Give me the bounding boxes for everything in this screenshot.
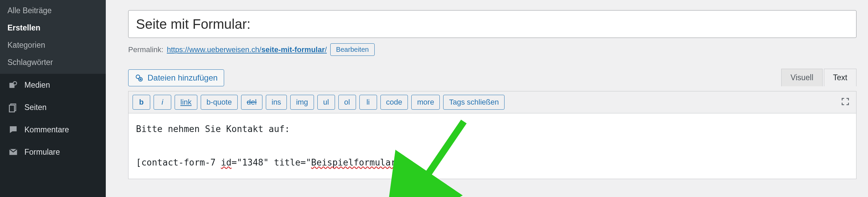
sidebar-item-label: Formulare bbox=[24, 148, 98, 157]
content-textarea[interactable]: Bitte nehmen Sie Kontakt auf: [contact-f… bbox=[129, 113, 856, 178]
editor-box: b i link b-quote del ins img ul ol li co… bbox=[128, 91, 856, 179]
tool-ins[interactable]: ins bbox=[266, 95, 287, 110]
tool-del[interactable]: del bbox=[241, 95, 262, 110]
admin-sidebar: Alle Beiträge Erstellen Kategorien Schla… bbox=[0, 0, 106, 197]
sidebar-item-media[interactable]: Medien bbox=[0, 74, 106, 96]
editor-tabs: Visuell Text bbox=[781, 69, 856, 86]
submenu-item-all-posts[interactable]: Alle Beiträge bbox=[0, 2, 106, 19]
sidebar-item-label: Kommentare bbox=[24, 125, 98, 134]
permalink-label: Permalink: bbox=[128, 45, 163, 54]
permalink-link[interactable]: https://www.ueberweisen.ch/seite-mit-for… bbox=[167, 45, 327, 54]
sidebar-item-label: Medien bbox=[24, 81, 98, 90]
tool-close-tags[interactable]: Tags schließen bbox=[443, 95, 505, 110]
media-add-icon bbox=[135, 73, 143, 82]
sidebar-item-comments[interactable]: Kommentare bbox=[0, 118, 106, 141]
tab-visual[interactable]: Visuell bbox=[781, 69, 822, 86]
post-title-input[interactable]: Seite mit Formular: bbox=[128, 10, 856, 38]
media-icon bbox=[7, 80, 19, 90]
tool-bold[interactable]: b bbox=[133, 95, 150, 110]
permalink-slug: seite-mit-formular bbox=[261, 45, 325, 54]
editor-main: Seite mit Formular: Permalink: https://w… bbox=[106, 0, 868, 179]
tool-code[interactable]: code bbox=[380, 95, 408, 110]
add-media-label: Dateien hinzufügen bbox=[147, 73, 218, 83]
content-line-2: [contact-form-7 id="1348" title="Beispie… bbox=[136, 157, 407, 168]
permalink-base: https://www.ueberweisen.ch/ bbox=[167, 45, 261, 54]
permalink-row: Permalink: https://www.ueberweisen.ch/se… bbox=[128, 43, 856, 56]
tool-more[interactable]: more bbox=[411, 95, 440, 110]
permalink-edit-button[interactable]: Bearbeiten bbox=[330, 43, 375, 56]
sidebar-item-forms[interactable]: Formulare bbox=[0, 141, 106, 163]
submenu-item-tags[interactable]: Schlagwörter bbox=[0, 54, 106, 71]
text-caret bbox=[407, 158, 407, 168]
comments-icon bbox=[7, 125, 19, 135]
content-line-1: Bitte nehmen Sie Kontakt auf: bbox=[136, 124, 290, 134]
posts-submenu: Alle Beiträge Erstellen Kategorien Schla… bbox=[0, 0, 106, 74]
add-media-button[interactable]: Dateien hinzufügen bbox=[128, 69, 224, 86]
editor-wrap: Dateien hinzufügen Visuell Text b i link… bbox=[128, 69, 856, 179]
permalink-trail: / bbox=[325, 45, 327, 54]
tool-li[interactable]: li bbox=[359, 95, 377, 110]
tool-ol[interactable]: ol bbox=[338, 95, 356, 110]
tool-link[interactable]: link bbox=[175, 95, 197, 110]
tool-img[interactable]: img bbox=[290, 95, 314, 110]
editor-toolbar: b i link b-quote del ins img ul ol li co… bbox=[129, 91, 856, 113]
tool-ul[interactable]: ul bbox=[317, 95, 335, 110]
mail-icon bbox=[7, 147, 19, 157]
sidebar-item-pages[interactable]: Seiten bbox=[0, 96, 106, 118]
tool-bquote[interactable]: b-quote bbox=[201, 95, 238, 110]
fullscreen-icon[interactable] bbox=[839, 95, 852, 110]
svg-rect-4 bbox=[9, 105, 15, 112]
pages-icon bbox=[7, 102, 19, 112]
sidebar-item-label: Seiten bbox=[24, 103, 98, 112]
tab-text[interactable]: Text bbox=[824, 69, 856, 86]
tool-italic[interactable]: i bbox=[154, 95, 171, 110]
submenu-item-create[interactable]: Erstellen bbox=[0, 19, 106, 37]
submenu-item-categories[interactable]: Kategorien bbox=[0, 37, 106, 54]
media-tabs-row: Dateien hinzufügen Visuell Text bbox=[128, 69, 856, 86]
